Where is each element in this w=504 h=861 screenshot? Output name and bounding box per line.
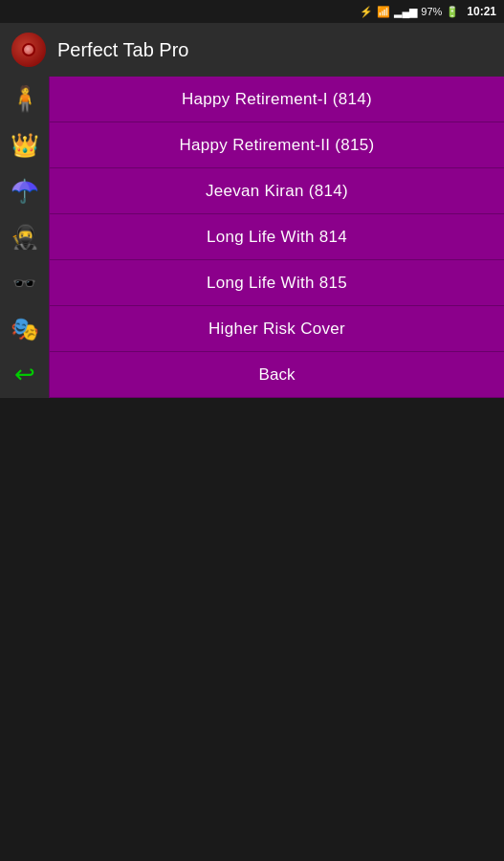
bluetooth-icon: ⚡: [360, 6, 373, 18]
risk-icon: 🎭: [11, 316, 39, 342]
menu-icon-long-life-815: 🕶️: [0, 260, 50, 306]
app-logo: [11, 33, 46, 67]
menu-item-higher-risk-cover[interactable]: 🎭 Higher Risk Cover: [0, 306, 504, 352]
menu-label-happy-retirement-2: Happy Retirement-II (815): [50, 136, 504, 155]
crown-icon: 👑: [11, 132, 39, 159]
glasses-icon: 🕶️: [12, 272, 36, 295]
menu-icon-happy-retirement-1: 🧍: [0, 77, 50, 122]
status-icons: ⚡ 📶 ▂▄▆ 97% 🔋 10:21: [360, 5, 496, 18]
app-logo-inner: [22, 43, 35, 56]
app-title: Perfect Tab Pro: [57, 39, 188, 61]
wifi-icon: 📶: [377, 6, 390, 18]
menu-item-happy-retirement-1[interactable]: 🧍 Happy Retirement-I (814): [0, 77, 504, 122]
back-label: Back: [50, 365, 504, 385]
ninja-icon: 🥷: [11, 224, 39, 251]
menu-item-happy-retirement-2[interactable]: 👑 Happy Retirement-II (815): [0, 122, 504, 168]
status-bar: ⚡ 📶 ▂▄▆ 97% 🔋 10:21: [0, 0, 504, 23]
umbrella-icon: ☂️: [11, 178, 39, 205]
menu-label-higher-risk-cover: Higher Risk Cover: [50, 320, 504, 339]
menu-icon-jeevan-kiran: ☂️: [0, 168, 50, 214]
menu-item-long-life-814[interactable]: 🥷 Long Life With 814: [0, 214, 504, 260]
menu-label-happy-retirement-1: Happy Retirement-I (814): [50, 90, 504, 109]
status-time: 10:21: [467, 5, 496, 18]
menu-label-long-life-814: Long Life With 814: [50, 228, 504, 247]
battery-icon: 🔋: [446, 6, 459, 18]
app-header: Perfect Tab Pro: [0, 23, 504, 77]
menu-item-jeevan-kiran[interactable]: ☂️ Jeevan Kiran (814): [0, 168, 504, 214]
menu-label-long-life-815: Long Life With 815: [50, 274, 504, 293]
menu-item-long-life-815[interactable]: 🕶️ Long Life With 815: [0, 260, 504, 306]
back-arrow-icon: ↩: [14, 360, 35, 389]
menu-icon-long-life-814: 🥷: [0, 214, 50, 260]
back-icon-container: ↩: [0, 352, 50, 398]
menu-icon-higher-risk-cover: 🎭: [0, 306, 50, 352]
person-icon: 🧍: [10, 84, 40, 114]
menu-label-jeevan-kiran: Jeevan Kiran (814): [50, 182, 504, 201]
battery-text: 97%: [421, 6, 442, 17]
menu-icon-happy-retirement-2: 👑: [0, 122, 50, 168]
back-button[interactable]: ↩ Back: [0, 352, 504, 398]
menu-container: 🧍 Happy Retirement-I (814) 👑 Happy Retir…: [0, 77, 504, 398]
signal-icon: ▂▄▆: [394, 6, 417, 18]
